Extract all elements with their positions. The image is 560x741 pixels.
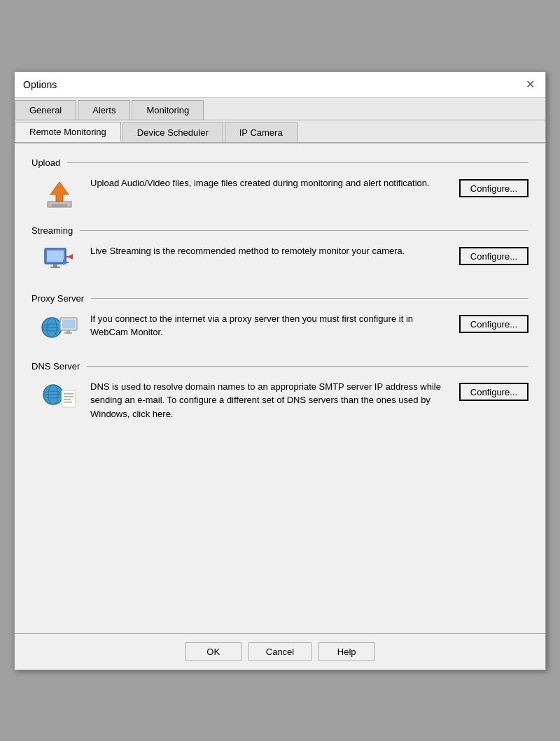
proxy-description: If you connect to the internet via a pro… xyxy=(90,312,449,339)
proxy-icon xyxy=(38,312,80,347)
dns-body: DNS is used to resolve domain names to a… xyxy=(31,380,528,421)
cancel-button[interactable]: Cancel xyxy=(248,642,312,661)
streaming-icon xyxy=(38,244,80,279)
svg-rect-6 xyxy=(50,267,60,268)
svg-rect-1 xyxy=(52,204,67,207)
streaming-configure-button[interactable]: Configure... xyxy=(459,247,528,265)
upload-body: Upload Audio/Video files, image files cr… xyxy=(31,176,528,211)
upload-title: Upload xyxy=(31,157,60,168)
content-area: Upload Upload Audio/Video files, image f… xyxy=(15,143,545,633)
svg-rect-27 xyxy=(64,402,72,403)
svg-rect-25 xyxy=(64,396,74,397)
close-button[interactable]: ✕ xyxy=(523,78,537,92)
proxy-body: If you connect to the internet via a pro… xyxy=(31,312,528,347)
upload-header: Upload xyxy=(31,157,528,168)
proxy-configure-button[interactable]: Configure... xyxy=(459,315,528,333)
proxy-title: Proxy Server xyxy=(31,293,84,304)
upload-divider xyxy=(67,162,528,163)
svg-rect-18 xyxy=(64,332,72,334)
tabs-row1: General Alerts Monitoring xyxy=(15,98,545,120)
streaming-header: Streaming xyxy=(31,225,528,236)
svg-rect-5 xyxy=(53,264,57,267)
dns-divider xyxy=(87,366,528,367)
svg-marker-2 xyxy=(50,182,69,202)
dns-icon xyxy=(38,380,80,415)
streaming-description: Live Streaming is the recommended method… xyxy=(90,244,449,258)
dns-configure-button[interactable]: Configure... xyxy=(459,383,528,401)
dns-header: DNS Server xyxy=(31,361,528,372)
proxy-section: Proxy Server xyxy=(31,293,528,347)
svg-rect-16 xyxy=(62,320,75,328)
dns-title: DNS Server xyxy=(31,361,80,372)
upload-section: Upload Upload Audio/Video files, image f… xyxy=(31,157,528,211)
title-bar: Options ✕ xyxy=(15,72,545,98)
upload-icon xyxy=(38,176,80,211)
options-window: Options ✕ General Alerts Monitoring Remo… xyxy=(14,71,546,670)
tab-general[interactable]: General xyxy=(15,100,76,120)
dns-description: DNS is used to resolve domain names to a… xyxy=(90,380,449,421)
streaming-title: Streaming xyxy=(31,225,73,236)
streaming-body: Live Streaming is the recommended method… xyxy=(31,244,528,279)
tab-ip-camera[interactable]: IP Camera xyxy=(225,122,298,142)
tab-device-scheduler[interactable]: Device Scheduler xyxy=(122,122,223,142)
streaming-divider xyxy=(80,230,528,231)
svg-rect-17 xyxy=(66,330,70,332)
tab-alerts[interactable]: Alerts xyxy=(78,100,130,120)
tabs-row2: Remote Monitoring Device Scheduler IP Ca… xyxy=(15,120,545,143)
proxy-header: Proxy Server xyxy=(31,293,528,304)
tab-remote-monitoring[interactable]: Remote Monitoring xyxy=(15,122,121,142)
window-title: Options xyxy=(23,79,57,90)
footer: OK Cancel Help xyxy=(15,633,545,670)
dns-section: DNS Server xyxy=(31,361,528,421)
upload-configure-button[interactable]: Configure... xyxy=(459,179,528,197)
tab-monitoring[interactable]: Monitoring xyxy=(132,100,204,120)
ok-button[interactable]: OK xyxy=(186,642,241,661)
svg-rect-24 xyxy=(64,393,74,395)
streaming-section: Streaming xyxy=(31,225,528,279)
proxy-divider xyxy=(91,298,528,299)
upload-description: Upload Audio/Video files, image files cr… xyxy=(90,176,449,190)
help-button[interactable]: Help xyxy=(318,642,374,661)
svg-rect-26 xyxy=(64,399,71,400)
svg-rect-4 xyxy=(47,250,64,262)
